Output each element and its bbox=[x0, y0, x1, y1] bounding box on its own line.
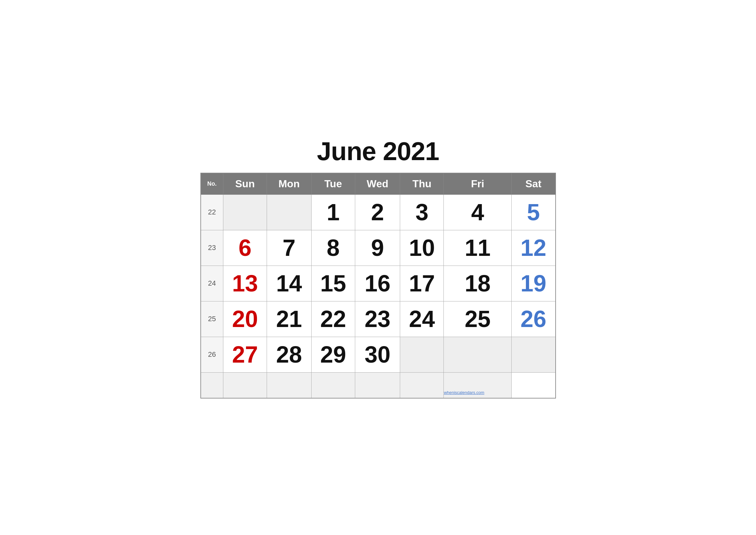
day-cell: 28 bbox=[267, 337, 311, 372]
watermark-cell: wheniscalendars.com bbox=[444, 372, 512, 398]
day-cell: 3 bbox=[400, 194, 444, 230]
day-cell: 4 bbox=[444, 194, 512, 230]
day-cell: 22 bbox=[311, 301, 355, 337]
day-cell: 18 bbox=[444, 266, 512, 301]
day-cell: 1 bbox=[311, 194, 355, 230]
day-cell: 6 bbox=[223, 230, 267, 266]
day-cell: 19 bbox=[512, 266, 555, 301]
last-row: wheniscalendars.com bbox=[201, 372, 555, 398]
week-row: 2212345 bbox=[201, 194, 555, 230]
day-cell: 24 bbox=[400, 301, 444, 337]
header-wed: Wed bbox=[355, 173, 400, 195]
day-cell: 13 bbox=[223, 266, 267, 301]
last-row-empty bbox=[267, 372, 311, 398]
header-sat: Sat bbox=[512, 173, 555, 195]
day-cell: 29 bbox=[311, 337, 355, 372]
day-cell: 21 bbox=[267, 301, 311, 337]
watermark-link: wheniscalendars.com bbox=[444, 390, 484, 395]
day-cell: 11 bbox=[444, 230, 512, 266]
week-row: 236789101112 bbox=[201, 230, 555, 266]
day-cell: 5 bbox=[512, 194, 555, 230]
day-cell: 15 bbox=[311, 266, 355, 301]
day-cell: 9 bbox=[355, 230, 400, 266]
day-cell: 7 bbox=[267, 230, 311, 266]
header-tue: Tue bbox=[311, 173, 355, 195]
day-cell: 16 bbox=[355, 266, 400, 301]
header-sun: Sun bbox=[223, 173, 267, 195]
day-cell: 17 bbox=[400, 266, 444, 301]
day-cell: 12 bbox=[512, 230, 555, 266]
last-row-no bbox=[201, 372, 223, 398]
week-row: 2413141516171819 bbox=[201, 266, 555, 301]
week-row: 2627282930 bbox=[201, 337, 555, 372]
week-number: 23 bbox=[201, 230, 223, 266]
calendar-container: June 2021 No. Sun Mon Tue Wed Thu Fri Sa… bbox=[201, 136, 556, 399]
header-mon: Mon bbox=[267, 173, 311, 195]
day-cell: 25 bbox=[444, 301, 512, 337]
day-cell bbox=[267, 194, 311, 230]
header-thu: Thu bbox=[400, 173, 444, 195]
header-fri: Fri bbox=[444, 173, 512, 195]
day-cell: 30 bbox=[355, 337, 400, 372]
week-number: 22 bbox=[201, 194, 223, 230]
day-cell bbox=[223, 194, 267, 230]
day-cell: 8 bbox=[311, 230, 355, 266]
day-cell: 23 bbox=[355, 301, 400, 337]
last-row-empty bbox=[311, 372, 355, 398]
day-cell bbox=[400, 337, 444, 372]
last-row-empty bbox=[223, 372, 267, 398]
day-cell: 2 bbox=[355, 194, 400, 230]
day-cell bbox=[512, 337, 555, 372]
header-row: No. Sun Mon Tue Wed Thu Fri Sat bbox=[201, 173, 555, 195]
day-cell: 14 bbox=[267, 266, 311, 301]
last-row-empty bbox=[355, 372, 400, 398]
week-row: 2520212223242526 bbox=[201, 301, 555, 337]
day-cell: 26 bbox=[512, 301, 555, 337]
day-cell bbox=[444, 337, 512, 372]
week-number: 24 bbox=[201, 266, 223, 301]
calendar-title: June 2021 bbox=[201, 136, 556, 166]
week-number: 26 bbox=[201, 337, 223, 372]
day-cell: 10 bbox=[400, 230, 444, 266]
calendar-table: No. Sun Mon Tue Wed Thu Fri Sat 22123452… bbox=[201, 173, 556, 399]
last-row-empty bbox=[400, 372, 444, 398]
day-cell: 27 bbox=[223, 337, 267, 372]
day-cell: 20 bbox=[223, 301, 267, 337]
week-number: 25 bbox=[201, 301, 223, 337]
header-no: No. bbox=[201, 173, 223, 195]
